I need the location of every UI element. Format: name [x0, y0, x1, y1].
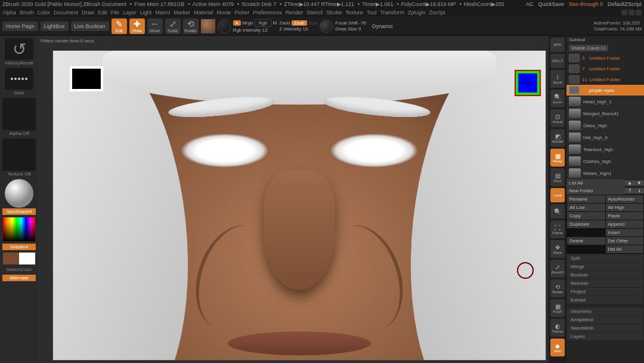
- rename-button[interactable]: Rename: [567, 195, 605, 203]
- menu-layer[interactable]: Layer: [123, 10, 137, 16]
- folder-row[interactable]: 3Untitled Folder: [566, 53, 644, 63]
- mrgb-button[interactable]: Mrgb: [242, 20, 253, 26]
- viewport[interactable]: Frisk: [52, 50, 546, 361]
- menu-document[interactable]: Document: [54, 10, 78, 16]
- folder-row[interactable]: 11Untitled Folder: [566, 74, 644, 85]
- subtool-row[interactable]: Hat_high_6: [566, 131, 644, 143]
- listall-button[interactable]: List All: [566, 179, 625, 187]
- canvas-color-swatch[interactable]: [70, 66, 103, 91]
- frame-button[interactable]: ⛶Frame: [550, 220, 565, 238]
- subtool-row[interactable]: Metals_high1: [566, 167, 644, 179]
- delete-button[interactable]: Delete: [567, 237, 605, 245]
- menu-movie[interactable]: Movie: [216, 10, 231, 16]
- switchcolor-button[interactable]: SwitchColor: [7, 267, 32, 272]
- lightbox-button[interactable]: LightBox: [41, 21, 69, 31]
- menu-file[interactable]: File: [111, 10, 120, 16]
- mrgb-a-button[interactable]: A: [233, 20, 241, 26]
- menu-transform[interactable]: Transform: [380, 10, 404, 16]
- delall-button[interactable]: Del All: [606, 245, 644, 253]
- geometry-section[interactable]: Geometry: [567, 307, 643, 315]
- edit-mode-button[interactable]: ✎Edit: [112, 19, 127, 34]
- menu-draw[interactable]: Draw: [82, 10, 94, 16]
- history-recall-button[interactable]: ↺: [5, 38, 33, 60]
- arraymesh-section[interactable]: ArrayMesh: [567, 316, 643, 324]
- menu-picker[interactable]: Picker: [234, 10, 249, 16]
- menu-macro[interactable]: Macro: [155, 10, 170, 16]
- append-button[interactable]: Append: [606, 220, 644, 228]
- subtool-row[interactable]: Tearduct_high: [566, 143, 644, 155]
- close-icon[interactable]: [636, 10, 642, 16]
- alternate-button[interactable]: Alternate: [2, 275, 36, 281]
- transp-button[interactable]: ◐Transp: [550, 319, 565, 337]
- menu-marker[interactable]: Marker: [174, 10, 190, 16]
- menu-stroke[interactable]: Stroke: [326, 10, 342, 16]
- move-mode-button[interactable]: ↔Move: [147, 19, 163, 34]
- menu-preferences[interactable]: Preferences: [253, 10, 282, 16]
- scale-mode-button[interactable]: ⤢Scale: [165, 19, 181, 34]
- actual-button[interactable]: ⊡Actual: [550, 109, 565, 127]
- subtool-row[interactable]: Merged_fibers41: [566, 107, 644, 119]
- rgb-intensity-slider[interactable]: Rgb Intensity 13: [233, 27, 277, 33]
- subtool-row[interactable]: Clothes_high: [566, 155, 644, 167]
- layers-section[interactable]: Layers: [567, 333, 643, 340]
- aahalf-button[interactable]: ◩AAHalf: [550, 129, 565, 147]
- quicksave-button[interactable]: QuickSave: [538, 1, 564, 7]
- polyf-button[interactable]: ▦PolyF: [550, 299, 565, 317]
- homepage-button[interactable]: Home Page: [2, 21, 38, 31]
- floor-button[interactable]: ▤Floor: [550, 168, 565, 186]
- color-picker[interactable]: [3, 217, 35, 241]
- color-swatches[interactable]: [3, 253, 35, 264]
- minimize-icon[interactable]: [621, 10, 627, 16]
- geo-button[interactable]: 🔍: [550, 204, 565, 219]
- material-slot[interactable]: [5, 179, 33, 208]
- folder-row[interactable]: 7Untitled Folder: [566, 63, 644, 74]
- menu-zplugin[interactable]: Zplugin: [408, 10, 426, 16]
- split-section[interactable]: Split: [567, 254, 643, 262]
- menu-render[interactable]: Render: [286, 10, 304, 16]
- extract-section[interactable]: Extract: [567, 296, 643, 304]
- material-swatch[interactable]: [201, 19, 215, 33]
- nanomesh-section[interactable]: NanoMesh: [567, 324, 643, 332]
- brush-preview[interactable]: [218, 20, 231, 33]
- spix-button[interactable]: SPix 3: [550, 54, 565, 68]
- rgb-button[interactable]: Rgb: [255, 19, 272, 27]
- z-intensity-slider[interactable]: Z Intensity 13: [279, 26, 317, 32]
- local-button[interactable]: Local: [550, 188, 565, 202]
- boolean-section[interactable]: Boolean: [567, 271, 643, 279]
- zcut-button[interactable]: Zcut: [308, 20, 318, 26]
- alpha-slot[interactable]: [2, 98, 36, 130]
- solo-button[interactable]: ◆Solo: [550, 339, 565, 356]
- menu-light[interactable]: Light: [140, 10, 152, 16]
- menu-tool[interactable]: Tool: [367, 10, 377, 16]
- menu-texture[interactable]: Texture: [345, 10, 363, 16]
- menu-zscript[interactable]: Zscript: [429, 10, 445, 16]
- menu-material[interactable]: Material: [194, 10, 213, 16]
- allhigh-button[interactable]: All High: [606, 204, 644, 211]
- remesh-section[interactable]: Remesh: [567, 279, 643, 287]
- menu-stencil[interactable]: Stencil: [306, 10, 323, 16]
- zadd-button[interactable]: Zadd: [279, 20, 290, 26]
- delother-button[interactable]: Del Other: [606, 237, 644, 245]
- paste-button[interactable]: Paste: [606, 212, 644, 220]
- subtool-row[interactable]: Glass_high: [566, 119, 644, 131]
- maximize-icon[interactable]: [628, 10, 634, 16]
- focal-shift-slider[interactable]: Focal Shift -76: [335, 20, 366, 26]
- menu-color[interactable]: Color: [38, 10, 51, 16]
- insert-button[interactable]: Insert: [606, 229, 644, 236]
- zoomio-button[interactable]: ⤢ZoomIO: [550, 260, 565, 278]
- allup-icon[interactable]: ⤒: [625, 188, 634, 193]
- m-button[interactable]: M: [273, 20, 277, 26]
- duplicate-button[interactable]: Duplicate: [567, 220, 605, 228]
- dynamic-button[interactable]: Dynamic: [372, 23, 393, 29]
- menu-brush[interactable]: Brush: [20, 10, 34, 16]
- alldown-icon[interactable]: ⤓: [634, 188, 644, 193]
- zoom-button[interactable]: 🔍Zoom: [550, 90, 565, 107]
- subtool-header[interactable]: Subtool: [569, 37, 585, 42]
- zsub-button[interactable]: Zsub: [292, 20, 307, 26]
- merge-section[interactable]: Merge: [567, 263, 643, 270]
- rotate-mode-button[interactable]: ⟲Rotate: [183, 19, 199, 34]
- rotate-nav-button[interactable]: ⟲Rotate: [550, 279, 565, 297]
- subtool-row[interactable]: Head_high_1: [566, 96, 644, 107]
- defaultzscript-button[interactable]: DefaultZScript: [608, 1, 642, 7]
- autoreorder-button[interactable]: AutoReorder: [606, 195, 644, 203]
